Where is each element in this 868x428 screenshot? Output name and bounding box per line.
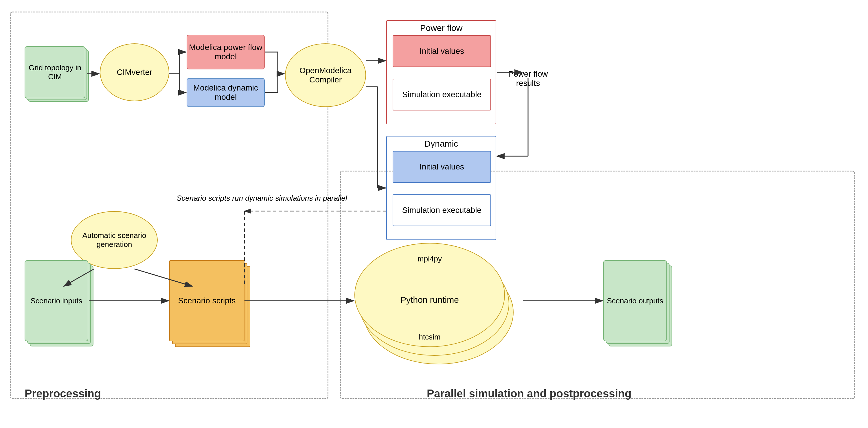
diagram-container: Preprocessing Parallel simulation and po… <box>7 9 861 419</box>
scenario-inputs-stack: Scenario inputs <box>25 260 94 359</box>
openmodelica-label: OpenModelica Compiler <box>286 66 365 85</box>
scenario-outputs-stack: Scenario outputs <box>603 260 673 359</box>
cimverter-label: CIMverter <box>117 68 153 77</box>
openmodelica-node: OpenModelica Compiler <box>285 43 366 107</box>
cimverter-node: CIMverter <box>100 43 169 101</box>
grid-topology-stack: Grid topology in CIM <box>25 46 88 104</box>
power-flow-results-label: Power flow results <box>505 69 551 88</box>
scenario-scripts-label: Scenario scripts <box>178 296 236 305</box>
dynamic-initial-values-label: Initial values <box>420 162 464 171</box>
power-flow-initial-values-label: Initial values <box>420 46 464 56</box>
python-runtime-stack: mpi4py Python runtime htcsim <box>354 237 522 364</box>
modelica-power-node: Modelica power flow model <box>187 35 265 69</box>
parallel-label: Parallel simulation and postprocessing <box>427 388 631 400</box>
dynamic-sim-label: Simulation executable <box>402 206 482 215</box>
power-flow-initial-values: Initial values <box>393 35 491 67</box>
scenario-scripts-note: Scenario scripts run dynamic simulations… <box>175 194 349 203</box>
dynamic-sim-executable: Simulation executable <box>393 194 491 226</box>
modelica-dynamic-label: Modelica dynamic model <box>187 83 264 102</box>
grid-topology-label: Grid topology in CIM <box>25 63 85 81</box>
power-flow-outer-box: Power flow Initial values Simulation exe… <box>386 20 496 124</box>
dynamic-section-label: Dynamic <box>387 139 496 149</box>
dynamic-outer-box: Dynamic Initial values Simulation execut… <box>386 136 496 240</box>
preprocessing-label: Preprocessing <box>25 388 101 400</box>
auto-scenario-label: Automatic scenario generation <box>71 231 157 249</box>
power-flow-sim-label: Simulation executable <box>402 90 482 99</box>
dynamic-initial-values: Initial values <box>393 151 491 183</box>
modelica-dynamic-node: Modelica dynamic model <box>187 78 265 107</box>
power-flow-section-label: Power flow <box>387 23 496 33</box>
scenario-outputs-label: Scenario outputs <box>607 296 663 305</box>
scenario-inputs-label: Scenario inputs <box>30 296 82 305</box>
scenario-scripts-stack: Scenario scripts <box>169 260 250 353</box>
modelica-power-label: Modelica power flow model <box>187 43 264 61</box>
power-flow-sim-executable: Simulation executable <box>393 79 491 110</box>
